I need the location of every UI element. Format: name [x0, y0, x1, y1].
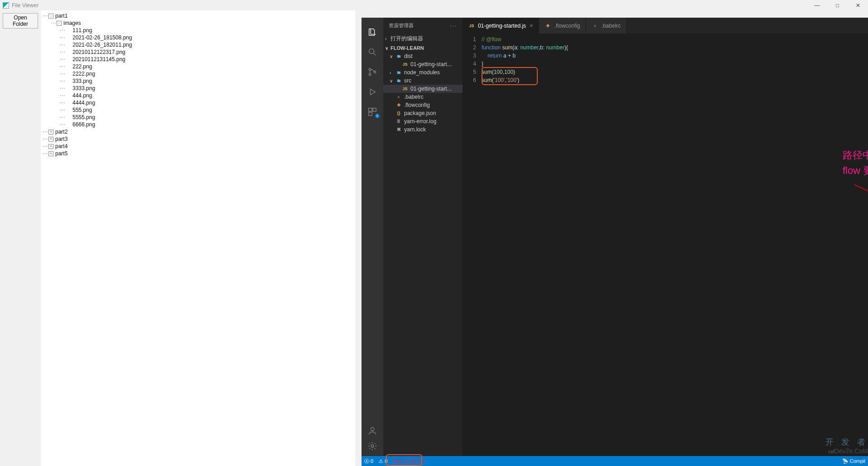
tree-item-label: 5555.png: [72, 114, 95, 121]
open-folder-button[interactable]: Open Folder: [3, 13, 38, 29]
expand-icon[interactable]: +: [48, 151, 53, 156]
tree-item[interactable]: ⋯555.png: [41, 106, 355, 114]
sidebar-item[interactable]: ≣yarn-error.log: [383, 117, 463, 125]
json-icon: {}: [395, 110, 402, 116]
tree-leaf: [66, 57, 71, 62]
tree-item[interactable]: ⋯2222.png: [41, 70, 355, 77]
sidebar-item-label: src: [404, 77, 411, 84]
activity-debug-icon[interactable]: [367, 86, 378, 97]
tree-leaf: [66, 93, 71, 98]
activity-account-icon[interactable]: [367, 425, 378, 436]
chevron-down-icon[interactable]: ∨: [390, 54, 395, 59]
sidebar-item[interactable]: {}package.json: [383, 109, 463, 117]
status-warnings[interactable]: ⚠ 0: [376, 456, 390, 466]
sidebar-item[interactable]: JS01-getting-start...: [383, 85, 463, 93]
sidebar-item[interactable]: ∨🖿src: [383, 77, 463, 85]
tree-item[interactable]: ⋯6666.png: [41, 121, 355, 128]
collapse-icon[interactable]: -: [48, 14, 53, 19]
tree-item[interactable]: ⋯3333.png: [41, 85, 355, 92]
sidebar-item[interactable]: ›🖿node_modules: [383, 68, 463, 77]
sidebar-more-icon[interactable]: ···: [450, 23, 457, 29]
tree-item[interactable]: ⋯5555.png: [41, 114, 355, 121]
sidebar-tree: ∨🖿distJS01-getting-start...›🖿node_module…: [383, 52, 463, 134]
chevron-right-icon[interactable]: ›: [390, 70, 395, 75]
close-button[interactable]: ✕: [848, 0, 868, 10]
svg-rect-5: [373, 108, 376, 111]
chevron-right-icon: ›: [385, 36, 391, 41]
file-viewer-body: Open Folder ⋯-part1⋯-images⋯111.png⋯2021…: [0, 10, 362, 466]
tree-item[interactable]: ⋯2021-02-26_182011.png: [41, 41, 355, 48]
open-editors-section[interactable]: › 打开的编辑器: [383, 34, 463, 44]
tree-item[interactable]: ⋯+part3: [41, 135, 355, 143]
tree-item[interactable]: ⋯-images: [41, 19, 355, 27]
activity-extensions-icon[interactable]: 1: [367, 106, 378, 117]
sidebar: 资源管理器 ··· › 打开的编辑器 ∨ FLOW-LEARN ∨🖿distJS…: [383, 18, 463, 456]
tree-item[interactable]: ⋯20210112122317.png: [41, 48, 355, 56]
tree-item[interactable]: ⋯333.png: [41, 77, 355, 85]
sidebar-item[interactable]: ⌘yarn.lock: [383, 125, 463, 134]
editor-tab[interactable]: ≡.babelrc: [586, 18, 627, 34]
expand-icon[interactable]: +: [48, 137, 53, 142]
status-errors[interactable]: ⓧ 0: [362, 456, 376, 466]
tree-item[interactable]: ⋯+part2: [41, 128, 355, 135]
editor-tab[interactable]: JS01-getting-started.js×: [463, 18, 539, 34]
sidebar-item[interactable]: ∨🖿dist: [383, 52, 463, 60]
sidebar-item[interactable]: ≡.babelrc: [383, 93, 463, 101]
code-editor[interactable]: 123456 // @flow function sum(a: number,b…: [463, 34, 868, 456]
tree-leaf: [66, 43, 71, 48]
activity-search-icon[interactable]: [367, 47, 378, 58]
tree-item[interactable]: ⋯2021-02-26_181508.png: [41, 34, 355, 41]
code-lines: // @flow function sum(a: number,b: numbe…: [482, 34, 868, 456]
maximize-button[interactable]: □: [827, 0, 848, 10]
tree-leaf: [66, 72, 71, 77]
log-icon: ≣: [395, 118, 402, 125]
tree-item[interactable]: ⋯444.png: [41, 92, 355, 99]
tree-item[interactable]: ⋯+part5: [41, 150, 355, 157]
file-viewer-scrollbar[interactable]: [355, 10, 362, 466]
tree-item[interactable]: ⋯20210112131145.png: [41, 56, 355, 63]
tab-close-icon[interactable]: ×: [530, 22, 533, 29]
tree-item[interactable]: ⋯+part4: [41, 143, 355, 150]
line-number: 1: [463, 35, 476, 43]
status-flow[interactable]: Flow: 0.142.0 ⟳: [390, 456, 428, 466]
activity-settings-icon[interactable]: [367, 441, 378, 452]
expand-icon[interactable]: +: [48, 130, 53, 135]
sidebar-item[interactable]: JS01-getting-start...: [383, 60, 463, 68]
vscode-window: — □ ✕ 1: [362, 0, 868, 466]
line-gutter: 123456: [463, 34, 482, 456]
tree-item[interactable]: ⋯111.png: [41, 27, 355, 34]
file-viewer-leftpanel: Open Folder: [0, 10, 41, 466]
tree-item-label: part4: [55, 143, 68, 150]
tree-leaf: [66, 122, 71, 127]
js-icon: JS: [401, 86, 409, 92]
sync-icon: ⟳: [421, 459, 425, 464]
sidebar-item-label: 01-getting-start...: [410, 86, 452, 92]
tree-item[interactable]: ⋯-part1: [41, 12, 355, 19]
collapse-icon[interactable]: -: [57, 21, 62, 26]
svg-point-8: [371, 445, 374, 447]
tree-item[interactable]: ⋯4444.png: [41, 99, 355, 106]
activity-source-control-icon[interactable]: [367, 67, 378, 77]
tree-item-label: 2222.png: [72, 70, 95, 77]
folder-icon: 🖿: [395, 53, 402, 59]
svg-rect-4: [369, 108, 372, 111]
tree-item-label: 6666.png: [72, 121, 95, 128]
tree-leaf: [66, 35, 71, 40]
editor-tab[interactable]: 🟆.flowconfig: [539, 18, 586, 34]
status-compile[interactable]: 📡 Compil: [839, 458, 868, 464]
file-tree[interactable]: ⋯-part1⋯-images⋯111.png⋯2021-02-26_18150…: [41, 10, 355, 466]
tree-item-label: 111.png: [72, 27, 92, 34]
folder-icon: 🖿: [395, 77, 402, 84]
minimize-button[interactable]: —: [807, 0, 827, 10]
warning-icon: ⚠: [379, 458, 383, 464]
project-section[interactable]: ∨ FLOW-LEARN: [383, 44, 463, 52]
tree-item[interactable]: ⋯222.png: [41, 63, 355, 70]
expand-icon[interactable]: +: [48, 144, 53, 149]
tree-item-label: 444.png: [72, 92, 92, 99]
extensions-badge: 1: [375, 114, 380, 118]
tree-item-label: part2: [55, 128, 68, 135]
activity-explorer-icon[interactable]: [367, 27, 378, 38]
sidebar-item[interactable]: 🟆.flowconfig: [383, 101, 463, 109]
sidebar-item-label: package.json: [404, 110, 436, 116]
chevron-down-icon[interactable]: ∨: [390, 78, 395, 83]
